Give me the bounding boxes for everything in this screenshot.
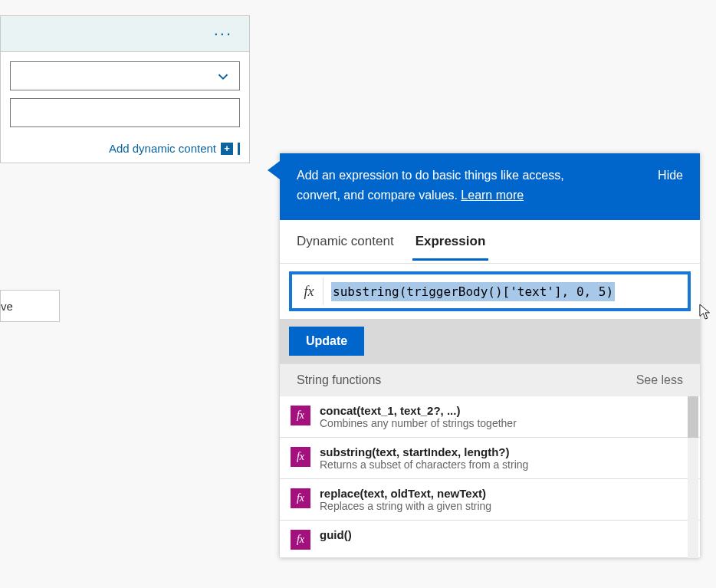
learn-more-link[interactable]: Learn more bbox=[461, 189, 524, 202]
function-signature: concat(text_1, text_2?, ...) bbox=[320, 404, 517, 417]
expression-value: substring(triggerBody()['text'], 0, 5) bbox=[331, 282, 615, 301]
dropdown-field[interactable] bbox=[10, 61, 240, 90]
partial-button[interactable]: ve bbox=[0, 290, 60, 322]
panel-tabs: Dynamic content Expression bbox=[280, 220, 700, 264]
expression-input[interactable]: substring(triggerBody()['text'], 0, 5) bbox=[331, 282, 685, 301]
expression-input-row: fx substring(triggerBody()['text'], 0, 5… bbox=[289, 271, 691, 311]
action-card-header: ··· bbox=[1, 16, 249, 52]
scroll-thumb[interactable] bbox=[688, 407, 698, 438]
chevron-down-icon bbox=[215, 68, 232, 88]
function-list: fx concat(text_1, text_2?, ...) Combines… bbox=[280, 396, 700, 558]
scroll-up-icon[interactable] bbox=[688, 396, 698, 407]
tab-expression[interactable]: Expression bbox=[415, 234, 486, 249]
hide-link[interactable]: Hide bbox=[658, 166, 683, 186]
update-row: Update bbox=[280, 319, 700, 363]
function-item[interactable]: fx concat(text_1, text_2?, ...) Combines… bbox=[280, 396, 700, 438]
action-card: ··· Add dynamic content + bbox=[0, 15, 250, 163]
scrollbar[interactable] bbox=[688, 396, 698, 558]
expression-panel: Add an expression to do basic things lik… bbox=[280, 153, 700, 558]
fx-icon: fx bbox=[295, 278, 324, 305]
partial-button-label: ve bbox=[1, 300, 13, 313]
function-item[interactable]: fx substring(text, startIndex, length?) … bbox=[280, 438, 700, 479]
expression-panel-banner: Add an expression to do basic things lik… bbox=[280, 153, 700, 220]
function-section-title: String functions bbox=[297, 373, 381, 387]
fx-badge-icon: fx bbox=[291, 488, 310, 508]
function-signature: guid() bbox=[320, 528, 352, 541]
banner-text-2: convert, and compare values. bbox=[297, 189, 461, 202]
fx-badge-icon: fx bbox=[291, 406, 310, 425]
tab-dynamic-content[interactable]: Dynamic content bbox=[297, 234, 394, 249]
function-signature: replace(text, oldText, newText) bbox=[320, 487, 491, 500]
bar-icon bbox=[238, 143, 240, 155]
fx-badge-icon: fx bbox=[291, 447, 310, 467]
see-less-link[interactable]: See less bbox=[636, 373, 683, 387]
text-field[interactable] bbox=[10, 98, 240, 127]
add-dynamic-content-link[interactable]: Add dynamic content + bbox=[109, 142, 240, 155]
function-description: Returns a subset of characters from a st… bbox=[320, 458, 528, 471]
banner-text-1: Add an expression to do basic things lik… bbox=[297, 169, 564, 182]
add-dynamic-content-label: Add dynamic content bbox=[109, 142, 216, 155]
function-section-header: String functions See less bbox=[280, 363, 700, 396]
ellipsis-icon[interactable]: ··· bbox=[214, 25, 232, 42]
function-item[interactable]: fx replace(text, oldText, newText) Repla… bbox=[280, 479, 700, 521]
function-signature: substring(text, startIndex, length?) bbox=[320, 445, 528, 458]
update-button[interactable]: Update bbox=[289, 327, 364, 356]
fx-badge-icon: fx bbox=[291, 530, 310, 550]
function-item[interactable]: fx guid() bbox=[280, 521, 700, 558]
action-card-body: Add dynamic content + bbox=[1, 52, 249, 163]
function-description: Replaces a string with a given string bbox=[320, 500, 491, 512]
cursor-icon bbox=[699, 304, 713, 324]
function-description: Combines any number of strings together bbox=[320, 417, 517, 429]
plus-icon: + bbox=[221, 143, 233, 155]
